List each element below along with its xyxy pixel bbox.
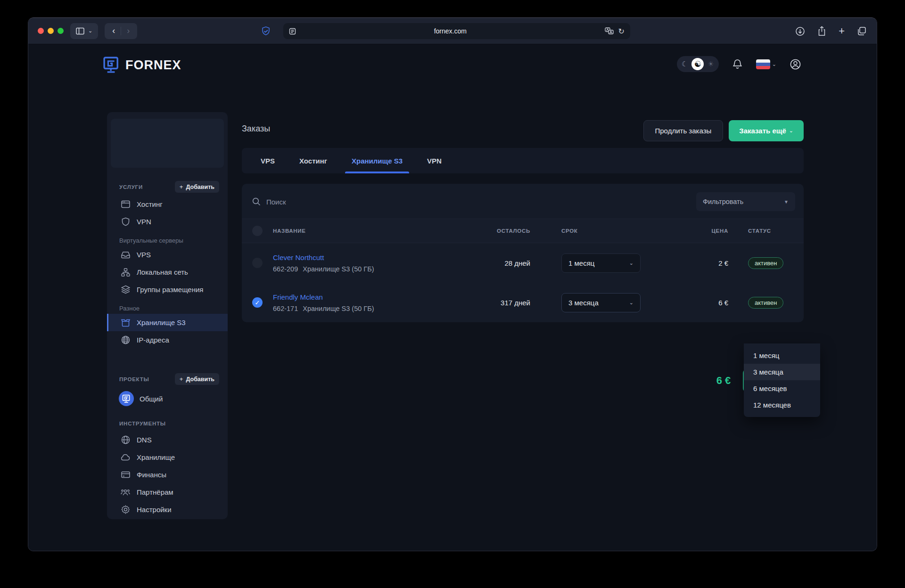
tab-vps[interactable]: VPS	[248, 148, 287, 173]
sidebar-item-label: DNS	[137, 436, 152, 444]
reload-icon[interactable]: ↻	[618, 27, 625, 36]
browser-window-icon	[121, 200, 130, 208]
sidebar-item-partners[interactable]: Партнёрам	[107, 483, 228, 501]
term-option-1-month[interactable]: 1 месяц	[744, 347, 820, 364]
section-label-misc: Разное	[107, 298, 228, 314]
triangle-down-icon: ▼	[784, 199, 789, 204]
term-select[interactable]: 1 месяц⌄	[561, 253, 641, 273]
network-icon	[121, 268, 130, 277]
chevron-down-icon: ⌄	[629, 300, 634, 306]
url-text[interactable]: fornex.com	[296, 27, 605, 35]
cloud-icon	[121, 454, 130, 461]
main-content: Заказы Продлить заказы Заказать ещё⌄ VPS…	[242, 112, 804, 322]
term-option-3-months[interactable]: 3 месяца	[744, 364, 820, 380]
minimize-window-button[interactable]	[48, 28, 54, 34]
sidebar-item-storage-s3[interactable]: Хранилище S3	[107, 314, 228, 331]
browser-window: ⌄ ‹ › fornex.com ↻	[28, 17, 877, 551]
sidebar-item-local-network[interactable]: Локальная сеть	[107, 263, 228, 281]
select-all-checkbox[interactable]	[252, 226, 263, 236]
credit-card-icon	[121, 471, 130, 478]
row-checkbox[interactable]: ✓	[252, 297, 263, 308]
sidebar-item-label: Хранилище	[137, 453, 175, 461]
auto-theme-icon[interactable]: ☯	[691, 58, 704, 70]
sidebar-item-hosting[interactable]: Хостинг	[107, 196, 228, 213]
profile-icon[interactable]	[790, 58, 801, 70]
sidebar-item-vps[interactable]: VPS	[107, 246, 228, 263]
notifications-bell-icon[interactable]	[732, 58, 743, 70]
order-subtitle: 662-171Хранилище S3 (50 ГБ)	[273, 305, 474, 312]
section-label-virtual-servers: Виртуальные серверы	[107, 230, 228, 246]
layers-icon	[121, 285, 130, 294]
server-icon	[121, 251, 130, 259]
new-tab-icon[interactable]: +	[839, 26, 845, 36]
sidebar-item-label: Общий	[140, 395, 163, 403]
row-checkbox[interactable]	[252, 258, 263, 268]
table-row: Clever Northcutt 662-209Хранилище S3 (50…	[242, 243, 804, 283]
divider	[121, 27, 121, 35]
search-icon	[252, 197, 261, 206]
globe-icon	[121, 435, 130, 444]
extend-orders-button[interactable]: Продлить заказы	[643, 120, 724, 141]
sidebar-item-project-common[interactable]: Общий	[107, 388, 228, 409]
section-label-projects: ПРОЕКТЫ	[119, 376, 149, 382]
term-select-open[interactable]: 3 месяца⌄	[561, 293, 641, 312]
sidebar-item-label: VPN	[137, 218, 151, 226]
order-name-link[interactable]: Friendly Mclean	[273, 293, 474, 301]
search-field[interactable]	[250, 193, 696, 211]
filter-dropdown[interactable]: Фильтровать▼	[696, 192, 795, 211]
search-input[interactable]	[266, 198, 455, 206]
sidebar-item-label: IP-адреса	[137, 336, 169, 344]
brand-name: FORNEX	[125, 58, 181, 73]
payment-summary: 6 € Оплатить	[242, 369, 804, 392]
toolbar-right-actions: +	[795, 18, 866, 44]
tab-overview-icon[interactable]	[857, 26, 866, 36]
shield-icon	[121, 217, 130, 226]
term-option-12-months[interactable]: 12 месяцев	[744, 397, 820, 413]
extension-shield-icon[interactable]	[261, 26, 271, 36]
add-service-button[interactable]: +Добавить	[175, 181, 219, 193]
sidebar-item-storage[interactable]: Хранилище	[107, 449, 228, 466]
sidebar-item-dns[interactable]: DNS	[107, 431, 228, 449]
sidebar-item-placement-groups[interactable]: Группы размещения	[107, 281, 228, 298]
sidebar-item-label: Группы размещения	[137, 286, 204, 294]
sidebar-toggle-button[interactable]: ⌄	[70, 23, 98, 39]
traffic-lights	[38, 28, 64, 34]
russia-flag-icon	[756, 59, 770, 69]
close-window-button[interactable]	[38, 28, 44, 34]
status-badge: активен	[748, 257, 783, 269]
share-icon[interactable]	[817, 26, 826, 36]
address-bar[interactable]: fornex.com ↻	[283, 23, 630, 39]
add-project-button[interactable]: +Добавить	[175, 373, 219, 385]
tab-hosting[interactable]: Хостинг	[287, 148, 339, 173]
theme-switcher[interactable]: ☾ ☯ ☀	[677, 56, 719, 72]
sidebar-item-ip-addresses[interactable]: IP-адреса	[107, 331, 228, 349]
tab-storage-s3[interactable]: Хранилище S3	[339, 148, 415, 173]
page: FORNEX ☾ ☯ ☀ ⌄	[28, 45, 877, 551]
downloads-icon[interactable]	[795, 26, 805, 36]
sidebar-item-finance[interactable]: Финансы	[107, 466, 228, 483]
total-price: 6 €	[716, 375, 731, 387]
dark-theme-moon-icon[interactable]: ☾	[682, 60, 688, 68]
gear-icon	[121, 505, 130, 514]
remaining-days: 28 дней	[474, 259, 530, 267]
sidebar-item-label: VPS	[137, 251, 151, 259]
back-button[interactable]: ‹	[108, 26, 119, 36]
chevron-down-icon: ⌄	[789, 128, 793, 134]
translate-icon[interactable]	[605, 27, 614, 35]
order-name-link[interactable]: Clever Northcutt	[273, 253, 474, 261]
language-selector[interactable]: ⌄	[756, 59, 776, 69]
column-status: СТАТУС	[728, 228, 804, 234]
tab-vpn[interactable]: VPN	[415, 148, 454, 173]
forward-button[interactable]: ›	[123, 26, 133, 36]
reader-mode-icon[interactable]	[289, 28, 296, 35]
sidebar-item-vpn[interactable]: VPN	[107, 213, 228, 230]
people-icon	[121, 489, 130, 496]
sidebar-item-label: Хранилище S3	[137, 318, 186, 327]
term-option-6-months[interactable]: 6 месяцев	[744, 380, 820, 397]
light-theme-sun-icon[interactable]: ☀	[708, 60, 714, 68]
brand-logo[interactable]: FORNEX	[102, 56, 181, 74]
order-more-button[interactable]: Заказать ещё⌄	[729, 120, 804, 141]
sidebar-item-settings[interactable]: Настройки	[107, 501, 228, 518]
zoom-window-button[interactable]	[58, 28, 64, 34]
chevron-down-icon: ⌄	[88, 28, 92, 34]
